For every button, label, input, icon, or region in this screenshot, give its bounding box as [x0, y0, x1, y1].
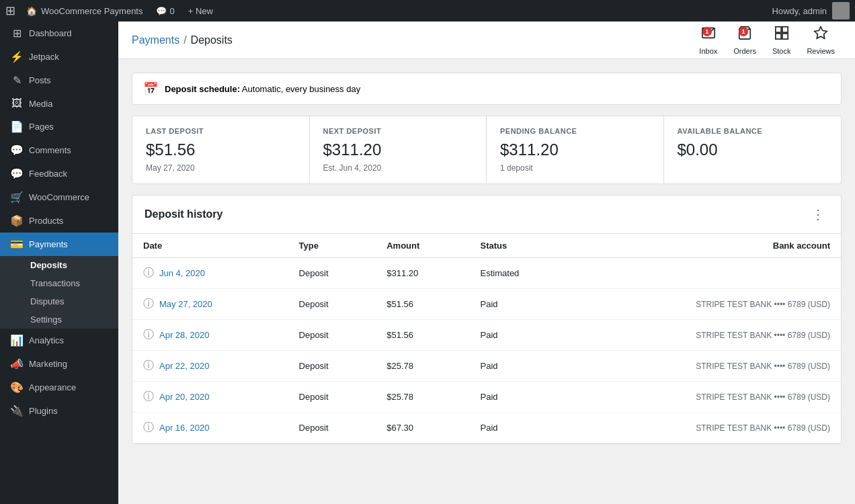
inbox-button[interactable]: 1 Inbox — [692, 22, 724, 59]
breadcrumb-payments-link[interactable]: Payments — [132, 34, 179, 46]
sidebar-item-dashboard[interactable]: ⊞ Dashboard — [0, 22, 118, 45]
sidebar-item-marketing[interactable]: 📣 Marketing — [0, 352, 118, 376]
cell-bank: STRIPE TEST BANK •••• 6789 (USD) — [573, 413, 841, 444]
cell-bank — [573, 258, 841, 289]
sidebar-item-pages[interactable]: 📄 Pages — [0, 115, 118, 138]
plugins-icon: 🔌 — [10, 405, 24, 417]
sidebar-item-posts[interactable]: ✎ Posts — [0, 69, 118, 92]
orders-button[interactable]: 1 Orders — [727, 22, 763, 59]
cell-type: Deposit — [288, 351, 376, 382]
top-icons: 1 Inbox 1 Orders Stock — [692, 22, 842, 59]
svg-rect-4 — [775, 33, 780, 38]
info-icon[interactable]: ⓘ — [143, 266, 154, 280]
sidebar-label-woocommerce: WooCommerce — [29, 192, 89, 202]
pages-icon: 📄 — [10, 120, 24, 133]
sidebar-item-plugins[interactable]: 🔌 Plugins — [0, 399, 118, 423]
cell-bank: STRIPE TEST BANK •••• 6789 (USD) — [573, 351, 841, 382]
cell-date: ⓘ Apr 22, 2020 — [132, 351, 288, 382]
date-link[interactable]: Apr 20, 2020 — [159, 392, 209, 402]
feedback-icon: 💬 — [10, 167, 24, 180]
sidebar-item-products[interactable]: 📦 Products — [0, 209, 118, 233]
cell-amount: $67.30 — [376, 413, 469, 444]
sidebar-label-plugins: Plugins — [29, 406, 58, 416]
admin-bar-site[interactable]: 🏠 WooCommerce Payments — [19, 6, 149, 16]
sidebar-item-woocommerce[interactable]: 🛒 WooCommerce — [0, 185, 118, 209]
breadcrumb: Payments / Deposits — [132, 34, 233, 46]
col-amount: Amount — [376, 234, 469, 258]
marketing-icon: 📣 — [10, 358, 24, 370]
site-icon: 🏠 — [26, 6, 37, 16]
howdy-text: Howdy, admin — [772, 6, 827, 16]
reviews-button[interactable]: Reviews — [800, 22, 842, 59]
sidebar-submenu-transactions[interactable]: Transactions — [0, 274, 118, 292]
col-type: Type — [288, 234, 376, 258]
info-icon[interactable]: ⓘ — [143, 359, 154, 373]
date-link[interactable]: Apr 16, 2020 — [159, 423, 209, 433]
date-link[interactable]: Jun 4, 2020 — [159, 268, 205, 278]
stock-label: Stock — [772, 47, 791, 55]
sidebar-item-payments[interactable]: 💳 Payments — [0, 233, 118, 256]
sidebar-submenu-deposits[interactable]: Deposits — [0, 256, 118, 274]
products-icon: 📦 — [10, 214, 24, 227]
content-area: Payments / Deposits 1 Inbox 1 — [118, 22, 855, 504]
admin-bar-new[interactable]: + New — [181, 6, 220, 16]
sidebar-label-media: Media — [29, 99, 52, 109]
sidebar-label-products: Products — [29, 216, 63, 226]
date-link[interactable]: May 27, 2020 — [159, 299, 212, 309]
payments-icon: 💳 — [10, 238, 24, 251]
cell-date: ⓘ Jun 4, 2020 — [132, 258, 288, 289]
cell-status: Paid — [470, 351, 573, 382]
main-layout: ⊞ Dashboard ⚡ Jetpack ✎ Posts 🖼 Media 📄 … — [0, 22, 855, 504]
table-row: ⓘ Apr 16, 2020 Deposit $67.30 Paid STRIP… — [132, 413, 841, 444]
info-icon[interactable]: ⓘ — [143, 421, 154, 435]
date-link[interactable]: Apr 28, 2020 — [159, 330, 209, 340]
cell-type: Deposit — [288, 320, 376, 351]
cell-amount: $51.56 — [376, 289, 469, 320]
stat-available-balance-label: AVAILABLE BALANCE — [678, 127, 828, 135]
sidebar-item-appearance[interactable]: 🎨 Appearance — [0, 376, 118, 399]
table-row: ⓘ Apr 22, 2020 Deposit $25.78 Paid STRIP… — [132, 351, 841, 382]
svg-marker-6 — [815, 26, 827, 38]
admin-bar-comments[interactable]: 💬 0 — [149, 6, 181, 16]
sidebar-item-analytics[interactable]: 📊 Analytics — [0, 329, 118, 352]
sidebar-item-feedback[interactable]: 💬 Feedback — [0, 162, 118, 185]
appearance-icon: 🎨 — [10, 381, 24, 394]
info-icon[interactable]: ⓘ — [143, 390, 154, 404]
inbox-badge: 1 — [702, 27, 712, 36]
cell-status: Estimated — [470, 258, 573, 289]
sidebar-label-analytics: Analytics — [29, 335, 64, 345]
info-icon[interactable]: ⓘ — [143, 297, 154, 311]
stock-button[interactable]: Stock — [766, 22, 798, 59]
sidebar-submenu-disputes[interactable]: Disputes — [0, 292, 118, 310]
info-icon[interactable]: ⓘ — [143, 328, 154, 342]
sidebar-label-pages: Pages — [29, 122, 54, 132]
sidebar-label-feedback: Feedback — [29, 169, 67, 179]
table-row: ⓘ Apr 28, 2020 Deposit $51.56 Paid STRIP… — [132, 320, 841, 351]
deposit-schedule-label: Deposit schedule: Automatic, every busin… — [165, 84, 360, 94]
stat-available-balance-value: $0.00 — [678, 140, 828, 159]
cell-amount: $25.78 — [376, 382, 469, 413]
deposit-history: Deposit history ⋮ Date Type Amount Statu… — [132, 195, 842, 444]
cell-amount: $51.56 — [376, 320, 469, 351]
date-link[interactable]: Apr 22, 2020 — [159, 361, 209, 371]
stat-pending-balance-sub: 1 deposit — [500, 163, 650, 173]
orders-label: Orders — [733, 47, 756, 55]
sidebar-item-comments[interactable]: 💬 Comments — [0, 138, 118, 162]
payments-submenu: Deposits Transactions Disputes Settings — [0, 256, 118, 329]
svg-rect-3 — [782, 26, 788, 32]
content-header: Payments / Deposits 1 Inbox 1 — [118, 22, 855, 59]
orders-badge: 1 — [739, 27, 748, 36]
cell-amount: $311.20 — [376, 258, 469, 289]
comments-icon: 💬 — [156, 6, 167, 16]
sidebar-item-media[interactable]: 🖼 Media — [0, 92, 118, 115]
more-options-button[interactable]: ⋮ — [807, 205, 829, 224]
stat-next-deposit: NEXT DEPOSIT $311.20 Est. Jun 4, 2020 — [310, 116, 487, 183]
table-row: ⓘ Jun 4, 2020 Deposit $311.20 Estimated — [132, 258, 841, 289]
sidebar-label-posts: Posts — [29, 75, 51, 85]
stat-next-deposit-label: NEXT DEPOSIT — [323, 127, 473, 135]
sidebar-submenu-settings[interactable]: Settings — [0, 310, 118, 329]
deposit-history-header: Deposit history ⋮ — [132, 196, 841, 234]
cell-bank: STRIPE TEST BANK •••• 6789 (USD) — [573, 289, 841, 320]
sidebar-item-jetpack[interactable]: ⚡ Jetpack — [0, 45, 118, 69]
cell-status: Paid — [470, 413, 573, 444]
